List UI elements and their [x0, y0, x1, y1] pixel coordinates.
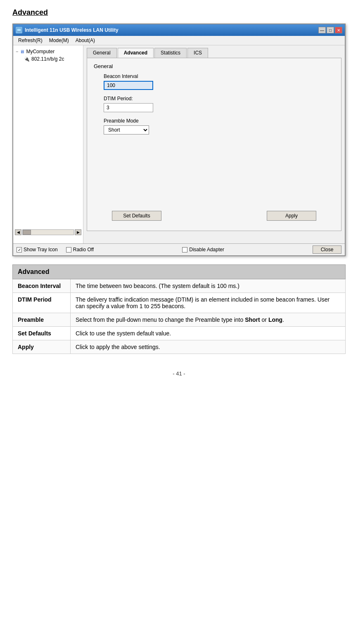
app-icon [16, 27, 22, 33]
scroll-right-button[interactable]: ▶ [75, 229, 81, 235]
table-row: Set Defaults Click to use the system def… [13, 327, 346, 340]
row-label-set-defaults: Set Defaults [13, 327, 71, 340]
table-row: Apply Click to apply the above settings. [13, 340, 346, 354]
title-bar-buttons[interactable]: — □ ✕ [318, 27, 342, 33]
menu-bar: Refresh(R) Mode(M) About(A) [13, 36, 345, 45]
window-title: Intelligent 11n USB Wireless LAN Utility [25, 27, 119, 33]
apply-button[interactable]: Apply [267, 211, 316, 221]
tree-item-adapter[interactable]: 🔌 802.11n/b/g 2c [16, 55, 81, 63]
row-desc-beacon: The time between two beacons. (The syste… [71, 279, 346, 293]
radio-off-label: Radio Off [73, 247, 94, 252]
tab-statistics[interactable]: Statistics [154, 48, 187, 58]
maximize-button[interactable]: □ [327, 27, 334, 33]
row-label-preamble: Preamble [13, 313, 71, 327]
tab-buttons: Set Defaults Apply [87, 211, 341, 221]
disable-adapter-label: Disable Adapter [189, 247, 224, 252]
radio-off-checkbox[interactable] [66, 247, 71, 252]
dtim-period-label: DTIM Period: [104, 96, 334, 101]
svg-rect-1 [18, 31, 20, 32]
row-desc-set-defaults: Click to use the system default value. [71, 327, 346, 340]
section-label-general: General [94, 63, 334, 69]
tree-item-label-mycomputer: MyComputer [26, 49, 55, 54]
dtim-period-input[interactable] [104, 103, 153, 112]
right-panel: General Advanced Statistics ICS General … [83, 45, 345, 243]
close-button[interactable]: Close [313, 245, 341, 254]
network-icon: 🔌 [24, 57, 30, 62]
preamble-mode-label: Preamble Mode [104, 118, 334, 124]
table-row: DTIM Period The delivery traffic indicat… [13, 293, 346, 313]
info-table-header-row: Advanced [13, 265, 346, 279]
row-desc-preamble: Select from the pull-down menu to change… [71, 313, 346, 327]
tab-general[interactable]: General [87, 48, 117, 58]
radio-off-item[interactable]: Radio Off [66, 247, 94, 252]
info-table: Advanced Beacon Interval The time betwee… [12, 264, 346, 354]
tree-item-mycomputer[interactable]: − 🖥 MyComputer [16, 48, 81, 55]
disable-adapter-checkbox[interactable] [182, 247, 187, 252]
tabs-bar: General Advanced Statistics ICS [87, 48, 341, 58]
computer-icon: 🖥 [20, 49, 24, 54]
show-tray-icon-label: Show Tray Icon [24, 247, 58, 252]
beacon-interval-input[interactable] [104, 81, 153, 90]
app-window: Intelligent 11n USB Wireless LAN Utility… [12, 24, 346, 256]
row-label-apply: Apply [13, 340, 71, 354]
show-tray-icon-checkbox[interactable]: ✓ [17, 247, 22, 252]
preamble-mode-select[interactable]: Short Long [104, 125, 149, 134]
tree-item-label-adapter: 802.11n/b/g 2c [31, 56, 64, 62]
tab-advanced[interactable]: Advanced [118, 48, 154, 58]
scroll-left-button[interactable]: ◀ [15, 229, 21, 235]
page-heading: Advanced [12, 8, 346, 17]
row-desc-apply: Click to apply the above settings. [71, 340, 346, 354]
close-window-button[interactable]: ✕ [335, 27, 342, 33]
tab-ics[interactable]: ICS [187, 48, 208, 58]
row-desc-dtim: The delivery traffic indication message … [71, 293, 346, 313]
scrollbar-area: ◀ ▶ [13, 229, 83, 235]
disable-adapter-item[interactable]: Disable Adapter [182, 247, 224, 252]
set-defaults-button[interactable]: Set Defaults [112, 211, 161, 221]
minimize-button[interactable]: — [318, 27, 326, 33]
window-body: − 🖥 MyComputer 🔌 802.11n/b/g 2c ◀ ▶ [13, 45, 345, 243]
page-footer: - 41 - [12, 370, 346, 377]
field-group-preamble: Preamble Mode Short Long [104, 118, 334, 134]
status-bar: ✓ Show Tray Icon Radio Off Disable Adapt… [13, 243, 345, 255]
field-group-dtim: DTIM Period: [104, 96, 334, 112]
title-bar: Intelligent 11n USB Wireless LAN Utility… [13, 24, 345, 36]
field-group-beacon-interval: Beacon Interval [104, 73, 334, 90]
menu-refresh[interactable]: Refresh(R) [15, 37, 46, 44]
left-panel: − 🖥 MyComputer 🔌 802.11n/b/g 2c ◀ ▶ [13, 45, 83, 243]
svg-rect-0 [17, 28, 21, 31]
status-left: ✓ Show Tray Icon Radio Off [17, 247, 94, 252]
row-label-dtim: DTIM Period [13, 293, 71, 313]
beacon-interval-label: Beacon Interval [104, 73, 334, 79]
menu-mode[interactable]: Mode(M) [46, 37, 72, 44]
table-row: Beacon Interval The time between two bea… [13, 279, 346, 293]
scroll-track [22, 229, 74, 235]
tree-expand-icon: − [16, 49, 18, 54]
title-bar-left: Intelligent 11n USB Wireless LAN Utility [16, 27, 119, 33]
table-row: Preamble Select from the pull-down menu … [13, 313, 346, 327]
preamble-dropdown-wrapper: Short Long [104, 125, 334, 134]
info-table-header: Advanced [13, 265, 346, 279]
tab-content-advanced: General Beacon Interval DTIM Period: Pre… [87, 58, 341, 231]
row-label-beacon: Beacon Interval [13, 279, 71, 293]
menu-about[interactable]: About(A) [72, 37, 98, 44]
show-tray-icon-item[interactable]: ✓ Show Tray Icon [17, 247, 58, 252]
